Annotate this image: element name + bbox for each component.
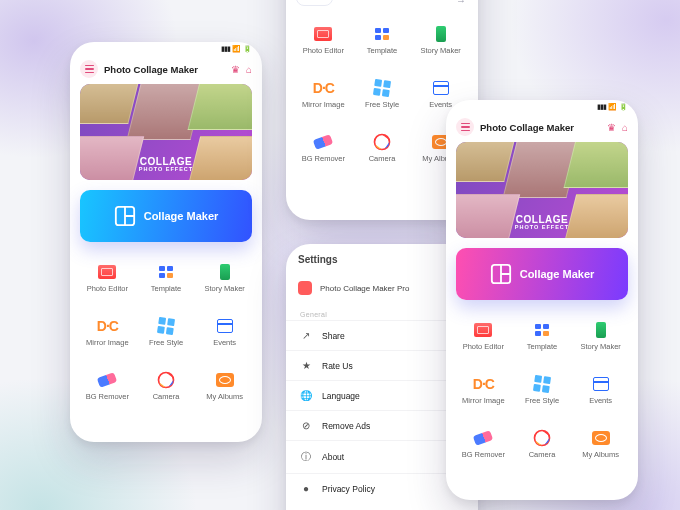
collage-maker-button[interactable]: Collage Maker	[80, 190, 252, 242]
albums-icon	[216, 373, 234, 387]
feature-template[interactable]: Template	[139, 254, 194, 302]
feature-template[interactable]: Template	[515, 312, 570, 360]
feature-template[interactable]: Template	[355, 16, 410, 64]
app-title: Photo Collage Maker	[480, 122, 601, 133]
menu-button[interactable]	[80, 60, 98, 78]
feature-grid: Photo Editor Template Story Maker D·CMir…	[456, 312, 628, 468]
gallery-icon[interactable]: ⌂	[246, 64, 252, 75]
feature-story-maker[interactable]: Story Maker	[197, 254, 252, 302]
menu-button[interactable]	[456, 118, 474, 136]
feature-free-style[interactable]: Free Style	[355, 70, 410, 118]
phone-home-pink: ▮▮▮📶🔋 Photo Collage Maker ♛ ⌂ COLLAGEPHO…	[446, 100, 638, 500]
feature-camera[interactable]: Camera	[355, 124, 410, 172]
app-header: Photo Collage Maker ♛ ⌂	[446, 114, 638, 142]
app-title: Photo Collage Maker	[104, 64, 225, 75]
collage-maker-button[interactable]: Collage Maker	[456, 248, 628, 300]
feature-bg-remover[interactable]: BG Remover	[456, 420, 511, 468]
share-icon: ↗	[300, 330, 312, 341]
feature-bg-remover[interactable]: BG Remover	[80, 362, 135, 410]
camera-icon	[156, 371, 176, 389]
hero-collage[interactable]: COLLAGEPHOTO EFFECT	[456, 142, 628, 238]
brand-card[interactable]: Collage Maker Crafting Memories, One Col…	[286, 0, 478, 12]
gallery-icon[interactable]: ⌂	[622, 122, 628, 133]
feature-free-style[interactable]: Free Style	[515, 366, 570, 414]
brand-logo	[296, 0, 333, 6]
status-bar: ▮▮▮📶🔋	[446, 100, 638, 114]
feature-photo-editor[interactable]: Photo Editor	[456, 312, 511, 360]
feature-events[interactable]: Events	[197, 308, 252, 356]
feature-bg-remover[interactable]: BG Remover	[296, 124, 351, 172]
feature-mirror-image[interactable]: D·CMirror Image	[296, 70, 351, 118]
feature-camera[interactable]: Camera	[139, 362, 194, 410]
pro-badge-icon	[298, 281, 312, 295]
arrow-right-icon[interactable]: →	[456, 0, 468, 6]
feature-photo-editor[interactable]: Photo Editor	[80, 254, 135, 302]
eraser-icon	[97, 372, 117, 388]
template-icon	[159, 266, 173, 278]
story-icon	[220, 264, 230, 280]
photo-icon	[98, 265, 116, 279]
app-header: Photo Collage Maker ♛ ⌂	[70, 56, 262, 84]
globe-icon: 🌐	[300, 390, 312, 401]
svg-point-7	[374, 135, 389, 150]
feature-free-style[interactable]: Free Style	[139, 308, 194, 356]
feature-photo-editor[interactable]: Photo Editor	[296, 16, 351, 64]
free-icon	[157, 317, 175, 335]
info-icon: ⓘ	[300, 450, 312, 464]
no-ads-icon: ⊘	[300, 420, 312, 431]
star-icon: ★	[300, 360, 312, 371]
feature-story-maker[interactable]: Story Maker	[413, 16, 468, 64]
feature-grid: Photo Editor Template Story Maker D·CMir…	[296, 16, 468, 172]
crown-icon[interactable]: ♛	[231, 64, 240, 75]
mirror-icon: D·C	[97, 318, 118, 334]
hero-collage[interactable]: COLLAGEPHOTO EFFECT	[80, 84, 252, 180]
svg-point-11	[534, 431, 549, 446]
phone-home-blue: ▮▮▮📶🔋 Photo Collage Maker ♛ ⌂ COLLAGEPHO…	[70, 42, 262, 442]
feature-events[interactable]: Events	[573, 366, 628, 414]
feature-my-albums[interactable]: My Albums	[573, 420, 628, 468]
feature-my-albums[interactable]: My Albums	[197, 362, 252, 410]
hero-badge: COLLAGEPHOTO EFFECT	[139, 157, 193, 173]
feature-mirror-image[interactable]: D·CMirror Image	[80, 308, 135, 356]
privacy-icon: ●	[300, 483, 312, 494]
feature-mirror-image[interactable]: D·CMirror Image	[456, 366, 511, 414]
events-icon	[217, 319, 233, 333]
crown-icon[interactable]: ♛	[607, 122, 616, 133]
feature-camera[interactable]: Camera	[515, 420, 570, 468]
hero-badge: COLLAGEPHOTO EFFECT	[515, 215, 569, 231]
status-bar: ▮▮▮📶🔋	[70, 42, 262, 56]
feature-grid: Photo Editor Template Story Maker D·CMir…	[80, 254, 252, 410]
svg-point-3	[158, 373, 173, 388]
feature-story-maker[interactable]: Story Maker	[573, 312, 628, 360]
